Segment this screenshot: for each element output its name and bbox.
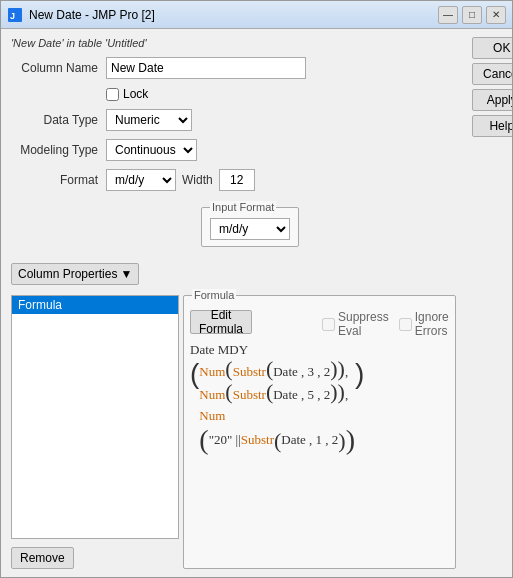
formula-inner: Num ( Substr ( Date , 3 , 2 ) ) , (199, 360, 355, 454)
paren-open-6: ( (274, 432, 281, 450)
paren-close-5: ) (338, 432, 345, 450)
paren-open-5: ( (199, 426, 208, 454)
comma-2: , (345, 385, 348, 406)
close-button[interactable]: ✕ (486, 6, 506, 24)
date-var-3: Date , 1 , 2 (281, 432, 338, 448)
maximize-button[interactable]: □ (462, 6, 482, 24)
paren-open-2: ( (266, 360, 273, 378)
side-buttons: OK Cancel Apply Help (466, 29, 512, 577)
paren-close-6: ) (346, 426, 355, 454)
modeling-type-row: Modeling Type Continuous Ordinal Nominal (11, 139, 456, 161)
input-format-container: Input Format m/d/y d/m/y y/m/d (106, 203, 456, 247)
ignore-errors-option: Ignore Errors (399, 310, 449, 338)
title-bar-buttons: — □ ✕ (438, 6, 506, 24)
num-func-2: Num (199, 385, 225, 406)
column-properties-button[interactable]: Column Properties ▼ (11, 263, 139, 285)
format-controls: m/d/y d/m/y y/m/d Width (106, 169, 255, 191)
app-icon: J (7, 7, 23, 23)
data-type-row: Data Type Numeric Character Row State (11, 109, 456, 131)
apply-button[interactable]: Apply (472, 89, 512, 111)
title-bar-text: New Date - JMP Pro [2] (29, 8, 438, 22)
cancel-button[interactable]: Cancel (472, 63, 512, 85)
props-list-items: Formula (11, 295, 179, 539)
lock-label: Lock (123, 87, 148, 101)
formula-display: Date MDY ( Num ( Substr ( Date , 3 (190, 342, 449, 562)
formula-inner-content: "20" || Substr ( Date , 1 , 2 ) (209, 426, 346, 454)
width-label: Width (182, 173, 213, 187)
format-select[interactable]: m/d/y d/m/y y/m/d (106, 169, 176, 191)
edit-formula-button[interactable]: Edit Formula (190, 310, 252, 334)
modeling-type-select[interactable]: Continuous Ordinal Nominal (106, 139, 197, 161)
input-format-select[interactable]: m/d/y d/m/y y/m/d (210, 218, 290, 240)
column-name-row: Column Name (11, 57, 456, 79)
column-properties-arrow: ▼ (120, 267, 132, 281)
substr-func-3: Substr (241, 432, 274, 448)
paren-close-1: ) (330, 360, 337, 378)
paren-close-2: ) (338, 360, 345, 378)
substr-func-1: Substr (233, 362, 266, 383)
paren-close-3: ) (330, 383, 337, 401)
title-bar: J New Date - JMP Pro [2] — □ ✕ (1, 1, 512, 29)
formula-panel: Formula Edit Formula Suppress Eval Ignor… (183, 295, 456, 569)
format-row: Format m/d/y d/m/y y/m/d Width (11, 169, 456, 191)
format-label: Format (11, 173, 106, 187)
formula-top-row: Edit Formula Suppress Eval Ignore Errors (190, 310, 449, 338)
date-var-1: Date , 3 , 2 (273, 362, 330, 383)
paren-close-4: ) (338, 383, 345, 401)
list-item[interactable]: Formula (12, 296, 178, 314)
column-name-input[interactable] (106, 57, 306, 79)
svg-text:J: J (10, 11, 15, 21)
modeling-type-label: Modeling Type (11, 143, 106, 157)
width-input[interactable] (219, 169, 255, 191)
remove-btn-container: Remove (11, 543, 179, 569)
date-var-2: Date , 5 , 2 (273, 385, 330, 406)
minimize-button[interactable]: — (438, 6, 458, 24)
input-format-legend: Input Format (210, 201, 276, 213)
remove-button[interactable]: Remove (11, 547, 74, 569)
suppress-eval-checkbox[interactable] (322, 318, 335, 331)
lock-row: Lock (106, 87, 456, 101)
column-properties-label: Column Properties (18, 267, 117, 281)
ignore-errors-checkbox[interactable] (399, 318, 412, 331)
lock-checkbox[interactable] (106, 88, 119, 101)
column-props-row: Column Properties ▼ (11, 263, 456, 285)
window: J New Date - JMP Pro [2] — □ ✕ 'New Date… (0, 0, 513, 578)
data-type-label: Data Type (11, 113, 106, 127)
formula-line-4: ( "20" || Substr ( Date , 1 , 2 ) ) (199, 426, 355, 454)
table-info: 'New Date' in table 'Untitled' (11, 37, 456, 49)
data-type-select[interactable]: Numeric Character Row State (106, 109, 192, 131)
column-name-label: Column Name (11, 61, 106, 75)
num-func-3: Num (199, 406, 225, 427)
content-area: 'New Date' in table 'Untitled' Column Na… (1, 29, 512, 577)
help-button[interactable]: Help (472, 115, 512, 137)
paren-open-3: ( (225, 383, 232, 401)
main-panel: 'New Date' in table 'Untitled' Column Na… (1, 29, 466, 577)
props-list: Formula Remove (11, 295, 179, 569)
paren-open-1: ( (225, 360, 232, 378)
formula-line-2: Num ( Substr ( Date , 5 , 2 ) ) , (199, 383, 355, 406)
formula-legend: Formula (192, 289, 236, 301)
num-func-1: Num (199, 362, 225, 383)
ignore-errors-label: Ignore Errors (415, 310, 449, 338)
formula-options: Suppress Eval Ignore Errors (322, 310, 449, 338)
bottom-section: Formula Remove Formula Edit Formula (11, 295, 456, 569)
suppress-eval-option: Suppress Eval (322, 310, 389, 338)
input-format-box: Input Format m/d/y d/m/y y/m/d (201, 207, 299, 247)
formula-line-3: Num (199, 406, 355, 427)
paren-open-4: ( (266, 383, 273, 401)
suppress-eval-label: Suppress Eval (338, 310, 389, 338)
ok-button[interactable]: OK (472, 37, 512, 59)
substr-func-2: Substr (233, 385, 266, 406)
comma-1: , (345, 362, 348, 383)
string-20: "20" || (209, 432, 241, 448)
close-paren-big: ) (355, 360, 364, 454)
open-paren-big: ( (190, 360, 199, 454)
formula-block: ( Num ( Substr ( Date , 3 , 2 ) (190, 360, 449, 454)
